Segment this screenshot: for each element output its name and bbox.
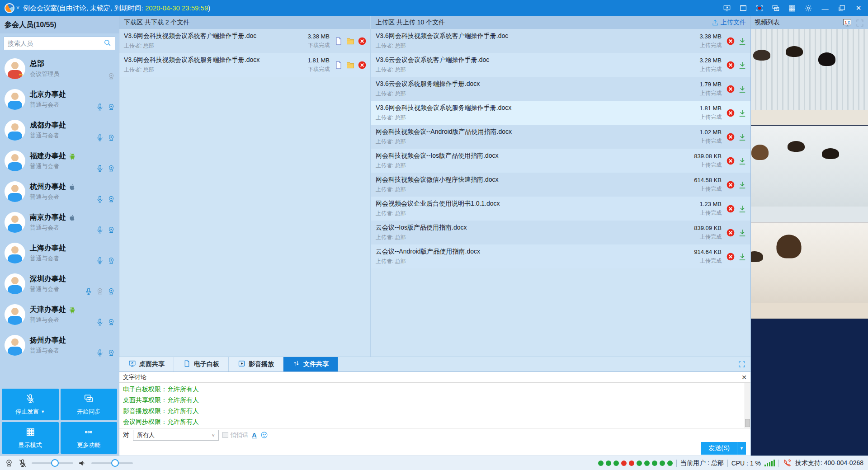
webcam-icon[interactable]: [107, 164, 115, 173]
search-box[interactable]: [4, 37, 115, 50]
settings-gear-icon[interactable]: [804, 4, 813, 13]
webcam-icon[interactable]: [107, 226, 115, 234]
delete-file-icon[interactable]: [726, 37, 735, 46]
close-button[interactable]: ✕: [854, 4, 863, 12]
chevron-down-icon[interactable]: ˅: [16, 5, 19, 11]
participant-row[interactable]: 杭州办事处普通与会者: [0, 176, 119, 207]
file-row[interactable]: V3.6网会科技视频会议系统服务端操作手册.docx上传者: 总部1.81 MB…: [119, 53, 370, 77]
open-folder-icon[interactable]: [346, 37, 355, 46]
delete-file-icon[interactable]: [358, 61, 367, 70]
mic-icon[interactable]: [96, 318, 104, 326]
participant-row[interactable]: 天津办事处普通与会者: [0, 299, 119, 330]
chat-close-icon[interactable]: ✕: [741, 374, 747, 381]
mic-volume-slider[interactable]: [32, 462, 73, 464]
webcam-icon[interactable]: [107, 318, 115, 326]
file-row[interactable]: V3.6网会科技视频会议系统服务端操作手册.docx上传者: 总部1.81 MB…: [371, 101, 750, 125]
participant-row[interactable]: 成都办事处普通与会者: [0, 115, 119, 146]
mic-icon[interactable]: [96, 134, 104, 142]
download-file-icon[interactable]: [738, 37, 747, 46]
mic-icon[interactable]: [96, 349, 104, 357]
webcam-icon[interactable]: [107, 195, 115, 203]
video-thumbnail[interactable]: [751, 126, 868, 222]
mic-icon[interactable]: [96, 164, 104, 173]
sidebar-button-停止发言[interactable]: 停止发言▼: [2, 389, 59, 420]
delete-file-icon[interactable]: [726, 204, 735, 213]
participant-row[interactable]: 扬州办事处普通与会者: [0, 330, 119, 361]
search-input[interactable]: [8, 40, 104, 47]
webcam-icon[interactable]: [107, 287, 115, 296]
mic-icon[interactable]: [96, 257, 104, 265]
delete-file-icon[interactable]: [726, 61, 735, 70]
open-file-icon[interactable]: [334, 61, 343, 70]
sidebar-button-开始同步[interactable]: 开始同步: [61, 389, 118, 420]
file-row[interactable]: 云会议--Android版产品使用指南.docx上传者: 总部914.64 KB…: [371, 244, 750, 268]
sidebar-button-显示模式[interactable]: 显示模式: [2, 422, 59, 454]
delete-file-icon[interactable]: [726, 252, 735, 261]
send-button[interactable]: 发送(S) ▼: [701, 442, 746, 455]
webcam-icon[interactable]: [96, 287, 104, 296]
checkbox-icon[interactable]: [222, 432, 228, 438]
sidebar-button-更多功能[interactable]: 更多功能: [61, 422, 118, 454]
webcam-icon[interactable]: [107, 72, 115, 80]
open-file-icon[interactable]: [334, 37, 343, 46]
whisper-checkbox[interactable]: 悄悄话: [222, 431, 248, 439]
tab-文件共享[interactable]: 文件共享: [283, 357, 338, 371]
video-expand-icon[interactable]: [855, 19, 864, 27]
mic-icon[interactable]: [96, 226, 104, 234]
font-icon[interactable]: A: [252, 431, 257, 439]
video-layout-icon[interactable]: 12: [843, 19, 852, 27]
video-thumbnail[interactable]: [751, 222, 868, 319]
minimize-button[interactable]: —: [820, 5, 830, 12]
file-row[interactable]: V3.6网会科技视频会议系统客户端操作手册.doc上传者: 总部3.38 MB上…: [371, 29, 750, 53]
tab-桌面共享[interactable]: 桌面共享: [119, 357, 174, 371]
mic-icon[interactable]: [85, 287, 93, 296]
mic-muted-icon[interactable]: [18, 459, 27, 468]
download-file-icon[interactable]: [738, 252, 747, 261]
file-row[interactable]: 网会科技视频会议--Ios版产品使用指南.docx上传者: 总部839.08 K…: [371, 149, 750, 173]
participant-row[interactable]: 北京办事处普通与会者: [0, 84, 119, 115]
participant-row[interactable]: 深圳办事处普通与会者: [0, 268, 119, 299]
webcam-icon[interactable]: [107, 103, 115, 111]
screen-demo-icon[interactable]: [722, 4, 731, 13]
screen-cast-icon[interactable]: [771, 4, 780, 13]
participant-row[interactable]: 总部会议管理员: [0, 53, 119, 84]
mic-icon[interactable]: [96, 195, 104, 203]
file-row[interactable]: 网会科技视频会议微信小程序快速指南.docx上传者: 总部614.58 KB上传…: [371, 173, 750, 197]
download-file-icon[interactable]: [738, 85, 747, 94]
mic-icon[interactable]: [96, 103, 104, 111]
download-file-icon[interactable]: [738, 228, 747, 237]
download-file-icon[interactable]: [738, 180, 747, 189]
file-row[interactable]: V3.6云会议会议系统客户端操作手册.doc上传者: 总部3.28 MB上传完成: [371, 53, 750, 77]
file-row[interactable]: 网会科技视频会议--Android版产品使用指南.docx上传者: 总部1.02…: [371, 125, 750, 149]
webcam-icon[interactable]: [107, 134, 115, 142]
record-icon[interactable]: [755, 4, 764, 13]
download-file-icon[interactable]: [738, 204, 747, 213]
webcam-icon[interactable]: [5, 459, 14, 468]
delete-file-icon[interactable]: [358, 37, 367, 46]
upload-file-button[interactable]: 上传文件: [712, 19, 746, 27]
speaker-icon[interactable]: [78, 459, 87, 468]
participant-row[interactable]: 南京办事处普通与会者: [0, 207, 119, 238]
recipient-dropdown[interactable]: 所有人˅: [133, 430, 219, 441]
speaker-volume-slider[interactable]: [91, 462, 133, 464]
video-thumbnail[interactable]: [751, 29, 868, 126]
file-row[interactable]: 网会视频会议企业后台使用说明书1.0.1.docx上传者: 总部1.23 MB上…: [371, 197, 750, 221]
participant-row[interactable]: 福建办事处普通与会者: [0, 146, 119, 176]
tab-电子白板[interactable]: 电子白板: [174, 357, 229, 371]
emoji-icon[interactable]: [260, 431, 268, 439]
file-row[interactable]: V3.6云会议系统服务端操作手册.docx上传者: 总部1.79 MB上传完成: [371, 77, 750, 101]
delete-file-icon[interactable]: [726, 132, 735, 141]
dialpad-icon[interactable]: [788, 4, 797, 13]
download-file-icon[interactable]: [738, 108, 747, 118]
download-file-icon[interactable]: [738, 156, 747, 165]
search-icon[interactable]: [104, 39, 111, 48]
fullscreen-icon[interactable]: [738, 360, 746, 368]
delete-file-icon[interactable]: [726, 228, 735, 237]
delete-file-icon[interactable]: [726, 108, 735, 118]
webcam-icon[interactable]: [107, 349, 115, 357]
download-file-icon[interactable]: [738, 132, 747, 141]
maximize-button[interactable]: [837, 4, 846, 13]
file-row[interactable]: V3.6网会科技视频会议系统客户端操作手册.doc上传者: 总部3.38 MB下…: [119, 29, 370, 53]
participant-row[interactable]: 上海办事处普通与会者: [0, 238, 119, 268]
window-mode-icon[interactable]: [739, 4, 748, 13]
